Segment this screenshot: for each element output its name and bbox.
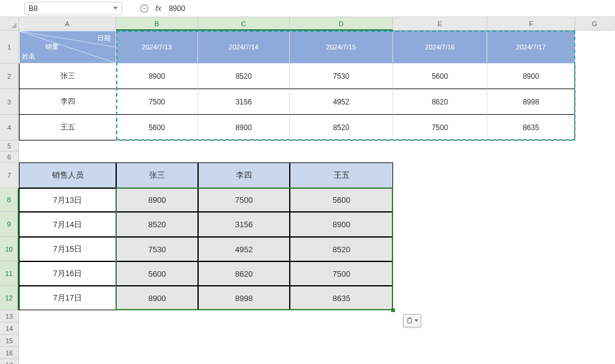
column-header-F[interactable]: F: [487, 17, 575, 31]
chevron-down-icon: [414, 319, 418, 322]
table2-value-cell[interactable]: 8900: [290, 212, 393, 237]
cancel-icon[interactable]: [139, 4, 149, 13]
table2-value-cell[interactable]: 4952: [198, 237, 290, 261]
table1-value-cell[interactable]: 5600: [116, 115, 198, 140]
table1-date-header[interactable]: 2024/7/15: [290, 31, 393, 64]
table2-value-cell[interactable]: 7500: [198, 188, 290, 212]
table2-value-cell[interactable]: 8998: [198, 286, 290, 310]
table2-value-cell[interactable]: 8520: [116, 212, 198, 237]
row-header-12[interactable]: 12: [0, 286, 19, 310]
row-header-7[interactable]: 7: [0, 162, 19, 188]
table2-date-cell[interactable]: 7月15日: [19, 237, 116, 261]
formula-bar: B8 fx 8900: [0, 0, 615, 17]
row-header-9[interactable]: 9: [0, 212, 19, 237]
table1-value-cell[interactable]: 8900: [198, 115, 290, 140]
chevron-down-icon: [113, 7, 118, 10]
table2-value-cell[interactable]: 5600: [116, 261, 198, 286]
table2-date-cell[interactable]: 7月13日: [19, 188, 116, 212]
column-header-E[interactable]: E: [393, 17, 487, 31]
table1-value-cell[interactable]: 8900: [116, 64, 198, 89]
table1-date-header[interactable]: 2024/7/16: [393, 31, 487, 64]
table1-date-header[interactable]: 2024/7/14: [198, 31, 290, 64]
table1-value-cell[interactable]: 7530: [290, 64, 393, 89]
table2-value-cell[interactable]: 7530: [116, 237, 198, 261]
table2-value-cell[interactable]: 8620: [198, 261, 290, 286]
svg-rect-4: [408, 318, 411, 323]
row-header-1[interactable]: 1: [0, 31, 19, 64]
table2-value-cell[interactable]: 5600: [290, 188, 393, 212]
table1-value-cell[interactable]: 4952: [290, 89, 393, 115]
name-box[interactable]: B8: [24, 2, 122, 15]
name-box-value: B8: [29, 4, 113, 13]
table1-diag-header[interactable]: 日期 销量 姓名: [19, 31, 116, 64]
table1-name-cell[interactable]: 王五: [19, 115, 116, 140]
table1-value-cell[interactable]: 8520: [198, 64, 290, 89]
table1-value-cell[interactable]: 8998: [487, 89, 575, 115]
table1-value-cell[interactable]: 5600: [393, 64, 487, 89]
table1-name-cell[interactable]: 李四: [19, 89, 116, 115]
table2-date-cell[interactable]: 7月17日: [19, 286, 116, 310]
clipboard-icon: [406, 316, 413, 325]
table1-value-cell[interactable]: 8635: [487, 115, 575, 140]
row-header-2[interactable]: 2: [0, 64, 19, 89]
spreadsheet-grid[interactable]: ABCDEFG 1234567891011121314151617 日期 销量 …: [0, 17, 615, 364]
table1-value-cell[interactable]: 3156: [198, 89, 290, 115]
row-header-4[interactable]: 4: [0, 115, 19, 140]
column-header-D[interactable]: D: [290, 17, 393, 31]
column-header-A[interactable]: A: [19, 17, 116, 31]
table1-name-cell[interactable]: 张三: [19, 64, 116, 89]
table2-value-cell[interactable]: 8520: [290, 237, 393, 261]
table1-value-cell[interactable]: 7500: [393, 115, 487, 140]
select-all-corner[interactable]: [0, 17, 19, 31]
table2-value-cell[interactable]: 8900: [116, 286, 198, 310]
row-header-11[interactable]: 11: [0, 261, 19, 286]
row-header-16[interactable]: 16: [0, 347, 19, 359]
column-header-B[interactable]: B: [116, 17, 198, 31]
table1-date-header[interactable]: 2024/7/17: [487, 31, 575, 64]
fx-icon[interactable]: fx: [155, 4, 161, 13]
row-header-5[interactable]: 5: [0, 140, 19, 151]
row-header-17[interactable]: 17: [0, 359, 19, 364]
table1-value-cell[interactable]: 7500: [116, 89, 198, 115]
table2-date-cell[interactable]: 7月16日: [19, 261, 116, 286]
column-header-G[interactable]: G: [575, 17, 614, 31]
table2-value-cell[interactable]: 8900: [116, 188, 198, 212]
paste-options-button[interactable]: [403, 314, 421, 327]
row-header-14[interactable]: 14: [0, 322, 19, 335]
row-header-6[interactable]: 6: [0, 151, 19, 162]
table2-header-cell[interactable]: 李四: [198, 162, 290, 188]
table1-value-cell[interactable]: 8620: [393, 89, 487, 115]
table2-header-cell[interactable]: 王五: [290, 162, 393, 188]
row-header-15[interactable]: 15: [0, 335, 19, 347]
table2-header-cell[interactable]: 销售人员: [19, 162, 116, 188]
row-header-8[interactable]: 8: [0, 188, 19, 212]
row-header-13[interactable]: 13: [0, 310, 19, 322]
row-header-3[interactable]: 3: [0, 89, 19, 115]
table1-date-header[interactable]: 2024/7/13: [116, 31, 198, 64]
table1-value-cell[interactable]: 8520: [290, 115, 393, 140]
table2-header-cell[interactable]: 张三: [116, 162, 198, 188]
svg-rect-5: [409, 318, 411, 319]
table2-value-cell[interactable]: 7500: [290, 261, 393, 286]
table1-value-cell[interactable]: 8900: [487, 64, 575, 89]
table2-value-cell[interactable]: 8635: [290, 286, 393, 310]
table2-value-cell[interactable]: 3156: [198, 212, 290, 237]
formula-input[interactable]: 8900: [161, 0, 615, 17]
table2-date-cell[interactable]: 7月14日: [19, 212, 116, 237]
row-header-10[interactable]: 10: [0, 237, 19, 261]
column-header-C[interactable]: C: [198, 17, 290, 31]
